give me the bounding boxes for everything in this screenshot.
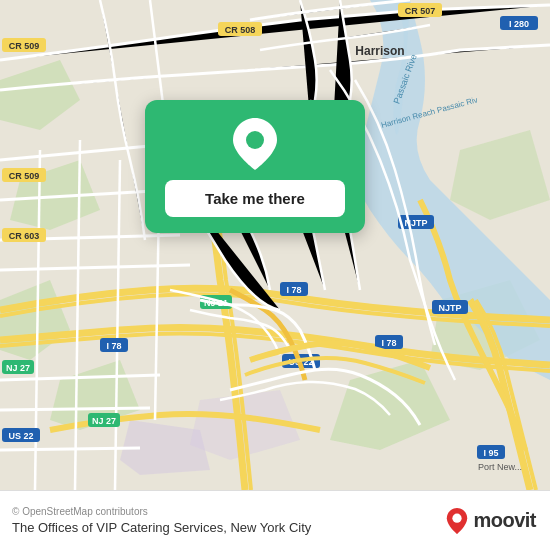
moovit-logo: moovit	[446, 508, 536, 534]
pin-icon-wrap	[229, 118, 281, 170]
svg-text:I 95: I 95	[483, 448, 498, 458]
svg-text:CR 509: CR 509	[9, 41, 40, 51]
svg-text:CR 507: CR 507	[405, 6, 436, 16]
bottom-info: © OpenStreetMap contributors The Offices…	[12, 506, 311, 535]
svg-text:CR 603: CR 603	[9, 231, 40, 241]
svg-text:I 78: I 78	[106, 341, 121, 351]
svg-text:US 22: US 22	[8, 431, 33, 441]
action-card: Take me there	[145, 100, 365, 233]
svg-text:CR 509: CR 509	[9, 171, 40, 181]
map-container: CR 507 I 280 CR 509 CR 508 CR 509 CR 603…	[0, 0, 550, 490]
svg-line-16	[0, 448, 140, 450]
map-background: CR 507 I 280 CR 509 CR 508 CR 509 CR 603…	[0, 0, 550, 490]
take-me-there-button[interactable]: Take me there	[165, 180, 345, 217]
svg-text:Harrison: Harrison	[355, 44, 404, 58]
svg-text:Port New...: Port New...	[478, 462, 522, 472]
osm-attribution: © OpenStreetMap contributors	[12, 506, 311, 517]
svg-text:CR 508: CR 508	[225, 25, 256, 35]
svg-point-60	[246, 131, 264, 149]
svg-text:NJ 27: NJ 27	[6, 363, 30, 373]
location-pin-icon	[233, 118, 277, 170]
svg-text:I 78: I 78	[286, 285, 301, 295]
svg-text:I 78: I 78	[381, 338, 396, 348]
place-name: The Offices of VIP Catering Services, Ne…	[12, 520, 311, 535]
svg-text:NJTP: NJTP	[438, 303, 461, 313]
moovit-pin-icon	[446, 508, 468, 534]
svg-point-61	[453, 513, 462, 522]
svg-text:NJ 27: NJ 27	[92, 416, 116, 426]
svg-text:I 280: I 280	[509, 19, 529, 29]
bottom-bar: © OpenStreetMap contributors The Offices…	[0, 490, 550, 550]
moovit-label: moovit	[473, 509, 536, 532]
